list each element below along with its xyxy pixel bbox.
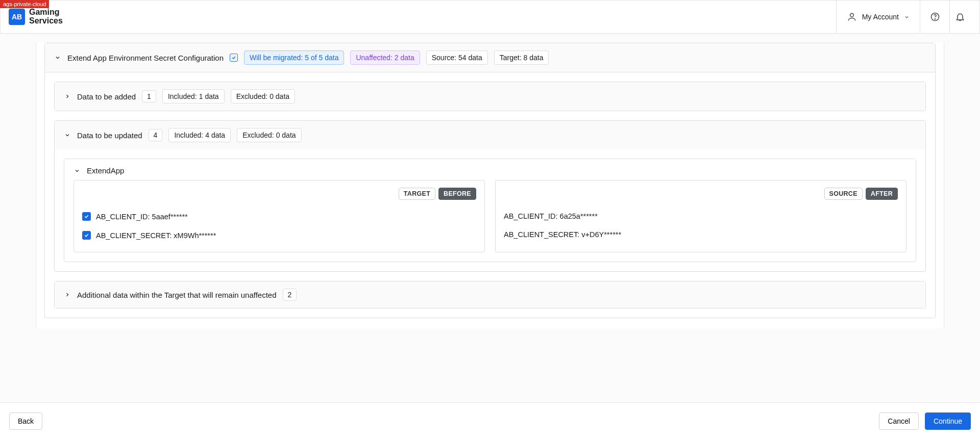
content: Extend App Environment Secret Configurat…: [36, 43, 944, 328]
chevron-right-icon: [64, 291, 71, 298]
diff-columns: TARGET BEFORE AB_CLIENT_ID: 5aaef****** …: [64, 180, 916, 262]
source-after-panel: SOURCE AFTER AB_CLIENT_ID: 6a25a****** A…: [495, 180, 906, 252]
chevron-right-icon: [64, 93, 71, 100]
data-updated-header[interactable]: Data to be updated 4 Included: 4 data Ex…: [55, 121, 925, 149]
value: 54 data: [458, 54, 482, 62]
config-row: AB_CLIENT_ID: 6a25a******: [504, 207, 898, 225]
value: 8 data: [524, 54, 544, 62]
tag-target: TARGET: [399, 188, 435, 200]
row-text: AB_CLIENT_ID: 5aaef******: [96, 213, 188, 221]
chevron-down-icon: [64, 132, 71, 139]
config-row: AB_CLIENT_ID: 5aaef******: [82, 207, 476, 226]
badge-source: Source: 54 data: [426, 50, 488, 65]
notifications-button[interactable]: [950, 1, 979, 33]
chevron-down-icon: [54, 54, 61, 61]
chevron-down-icon: [904, 14, 910, 20]
footer: Back Cancel Continue: [0, 402, 980, 439]
row-text: AB_CLIENT_SECRET: v+D6Y******: [504, 230, 621, 239]
count-badge: 1: [142, 90, 156, 102]
env-tag: ags-private-cloud: [0, 0, 49, 8]
badge-included: Included: 4 data: [168, 128, 231, 142]
value: 0 data: [276, 131, 296, 139]
account-menu[interactable]: My Account: [836, 1, 920, 33]
brand-logo: AB: [9, 9, 25, 25]
back-button[interactable]: Back: [9, 412, 42, 430]
additional-section: Additional data within the Target that w…: [54, 281, 926, 308]
config-row: AB_CLIENT_SECRET: v+D6Y******: [504, 225, 898, 244]
data-updated-section: Data to be updated 4 Included: 4 data Ex…: [54, 120, 926, 272]
target-before-panel: TARGET BEFORE AB_CLIENT_ID: 5aaef****** …: [74, 180, 485, 252]
account-label: My Account: [862, 13, 899, 21]
user-icon: [847, 12, 857, 22]
tag-source: SOURCE: [824, 188, 863, 200]
app-header[interactable]: ExtendApp: [64, 159, 916, 180]
config-section: Extend App Environment Secret Configurat…: [44, 43, 936, 318]
label: Included:: [168, 92, 197, 100]
brand-line1: Gaming: [29, 8, 63, 17]
help-button[interactable]: [920, 1, 950, 33]
svg-point-0: [850, 13, 853, 17]
brand[interactable]: AB Gaming Services: [1, 8, 63, 25]
continue-button[interactable]: Continue: [925, 412, 971, 430]
app-block: ExtendApp TARGET BEFORE AB_CLIENT_ID: 5a…: [64, 159, 916, 262]
additional-header[interactable]: Additional data within the Target that w…: [55, 281, 925, 308]
title: Data to be updated: [77, 131, 142, 140]
value: 5 of 5 data: [305, 54, 338, 62]
app-header: AB Gaming Services My Account: [0, 0, 980, 34]
label: Included:: [174, 131, 203, 139]
badge-unaffected: Unaffected: 2 data: [350, 50, 420, 65]
content-scroll[interactable]: Extend App Environment Secret Configurat…: [0, 34, 980, 402]
header-right: My Account: [836, 1, 979, 33]
chevron-down-icon: [74, 167, 81, 174]
row-checkbox[interactable]: [82, 212, 91, 221]
row-text: AB_CLIENT_ID: 6a25a******: [504, 212, 598, 220]
label: Excluded:: [236, 92, 267, 100]
data-added-section: Data to be added 1 Included: 1 data Excl…: [54, 82, 926, 111]
data-added-header[interactable]: Data to be added 1 Included: 1 data Excl…: [55, 82, 925, 111]
label: Source:: [432, 54, 456, 62]
tag-before: BEFORE: [438, 188, 476, 200]
app-name: ExtendApp: [87, 166, 124, 175]
badge-target: Target: 8 data: [494, 50, 549, 65]
panel-tags: TARGET BEFORE: [82, 188, 476, 200]
title: Additional data within the Target that w…: [77, 291, 277, 299]
brand-text: Gaming Services: [29, 8, 63, 25]
bell-icon: [955, 12, 965, 22]
label: Unaffected:: [356, 54, 392, 62]
section-header[interactable]: Extend App Environment Secret Configurat…: [45, 43, 935, 72]
config-row: AB_CLIENT_SECRET: xM9Wh******: [82, 226, 476, 245]
section-title: Extend App Environment Secret Configurat…: [67, 54, 224, 62]
label: Excluded:: [242, 131, 274, 139]
count-badge: 2: [283, 289, 297, 301]
badge-excluded: Excluded: 0 data: [237, 128, 301, 142]
help-icon: [930, 12, 940, 22]
svg-point-2: [935, 19, 935, 19]
label: Target:: [500, 54, 522, 62]
count-badge: 4: [149, 129, 163, 141]
value: 2 data: [395, 54, 414, 62]
badge-migrated: Will be migrated: 5 of 5 data: [244, 50, 344, 65]
row-checkbox[interactable]: [82, 231, 91, 240]
badge-included: Included: 1 data: [162, 89, 225, 104]
panel-tags: SOURCE AFTER: [504, 188, 898, 200]
section-checkbox[interactable]: [230, 54, 238, 62]
badge-excluded: Excluded: 0 data: [231, 89, 295, 104]
cancel-button[interactable]: Cancel: [879, 412, 919, 430]
tag-after: AFTER: [866, 188, 898, 200]
value: 4 data: [205, 131, 225, 139]
value: 0 data: [270, 92, 289, 100]
brand-line2: Services: [29, 17, 63, 25]
title: Data to be added: [77, 92, 136, 101]
value: 1 data: [199, 92, 219, 100]
footer-right: Cancel Continue: [879, 412, 971, 430]
label: Will be migrated:: [250, 54, 303, 62]
row-text: AB_CLIENT_SECRET: xM9Wh******: [96, 231, 216, 240]
